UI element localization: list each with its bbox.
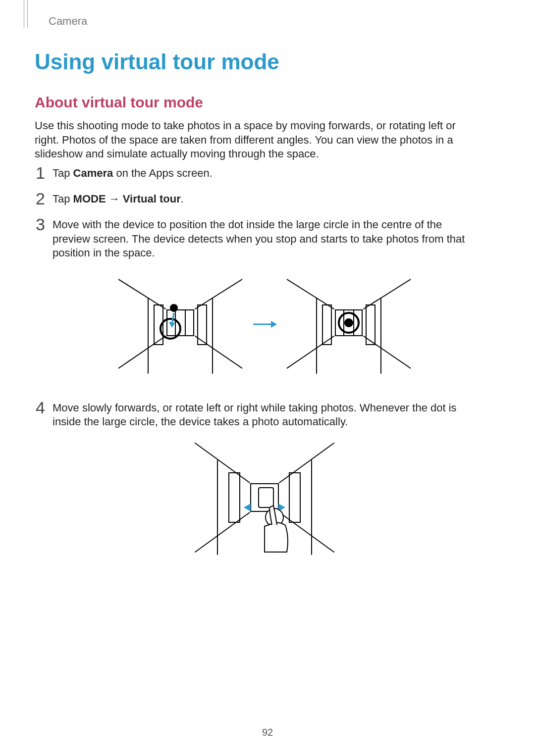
page-number: 92 (0, 727, 535, 738)
svg-marker-46 (244, 504, 251, 511)
step1-pre: Tap (53, 167, 73, 179)
svg-line-34 (195, 443, 250, 483)
step-1: 1 Tap Camera on the Apps screen. (36, 166, 477, 181)
step-body: Move with the device to position the dot… (53, 218, 477, 390)
step1-post: on the Apps screen. (113, 167, 213, 179)
step2-pre: Tap (53, 193, 73, 205)
step2-bold-mode: MODE (73, 193, 106, 205)
svg-line-22 (364, 336, 411, 368)
illustration-person-corridor (190, 438, 339, 557)
illustration-before (118, 269, 242, 378)
svg-rect-43 (289, 473, 300, 522)
step-number: 1 (36, 164, 53, 181)
step2-bold-virtualtour: Virtual tour (123, 193, 181, 205)
svg-line-36 (195, 512, 250, 552)
page-title: Using virtual tour mode (35, 50, 279, 74)
step-number: 3 (36, 216, 53, 233)
steps-list: 1 Tap Camera on the Apps screen. 2 Tap M… (36, 166, 477, 568)
section-subtitle: About virtual tour mode (35, 94, 203, 111)
arrow-right-icon (252, 319, 277, 329)
step-number: 2 (36, 190, 53, 207)
illustration-after (287, 269, 411, 378)
step-body: Tap MODE → Virtual tour. (53, 192, 477, 206)
step2-post: . (181, 193, 184, 205)
step2-arrow: → (106, 193, 123, 205)
svg-marker-16 (169, 322, 175, 328)
svg-point-14 (170, 304, 178, 312)
header-tab-marker (24, 0, 28, 28)
step-number: 4 (36, 399, 53, 416)
header-section-label: Camera (49, 15, 87, 28)
step1-bold: Camera (73, 167, 113, 179)
step-2: 2 Tap MODE → Virtual tour. (36, 192, 477, 207)
step4-text: Move slowly forwards, or rotate left or … (53, 402, 457, 428)
intro-paragraph: Use this shooting mode to take photos in… (35, 119, 476, 161)
svg-rect-45 (259, 488, 273, 507)
step-3: 3 Move with the device to position the d… (36, 218, 477, 390)
svg-line-35 (279, 443, 334, 483)
step-body: Move slowly forwards, or rotate left or … (53, 401, 477, 557)
svg-line-2 (118, 336, 165, 368)
svg-rect-42 (229, 473, 240, 522)
step-body: Tap Camera on the Apps screen. (53, 166, 477, 181)
step-4: 4 Move slowly forwards, or rotate left o… (36, 401, 477, 557)
step3-text: Move with the device to position the dot… (53, 218, 465, 259)
illustration-corridor-align (106, 269, 423, 378)
svg-line-21 (287, 336, 334, 368)
svg-line-3 (195, 336, 242, 368)
svg-point-33 (344, 318, 353, 327)
svg-marker-18 (271, 321, 277, 328)
